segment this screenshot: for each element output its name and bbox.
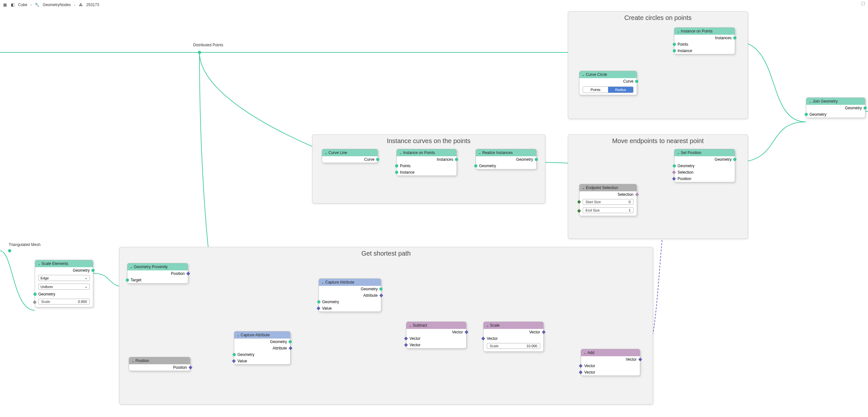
node-realize-instances[interactable]: ⌄Realize Instances Geometry Geometry xyxy=(475,149,537,169)
frame-shortest-path[interactable]: Get shortest path xyxy=(119,247,653,405)
socket-points-in[interactable] xyxy=(395,164,398,167)
curve-circle-mode-tabs[interactable]: Points Radius xyxy=(583,87,633,93)
node-header[interactable]: ⌄Instance on Points xyxy=(397,149,457,156)
node-title: Curve Line xyxy=(329,151,347,155)
node-header[interactable]: ⌄Instance on Points xyxy=(674,28,735,35)
node-capture-attribute-2[interactable]: ⌄Capture Attribute Geometry Attribute Ge… xyxy=(318,279,381,312)
socket-target-in[interactable] xyxy=(126,279,129,282)
socket-label: Curve xyxy=(364,157,374,162)
socket-label: Instance xyxy=(678,49,692,53)
node-vector-subtract[interactable]: ⌄Subtract Vector Vector Vector xyxy=(406,322,466,349)
socket-geometry-in[interactable] xyxy=(33,293,37,296)
socket-label: Geometry xyxy=(270,340,287,344)
node-scale-elements[interactable]: ⌄Scale Elements Geometry Edge⌄ Uniform⌄ … xyxy=(35,260,93,308)
node-header[interactable]: ⌄Position xyxy=(129,357,190,364)
node-title: Geometry Proximity xyxy=(134,265,167,269)
socket-label: Points xyxy=(678,42,688,46)
node-editor-canvas[interactable]: Distributed Points Triangulated Mesh Cre… xyxy=(0,0,868,417)
chevron-down-icon: ⌄ xyxy=(38,262,40,265)
reroute-triangulated-mesh[interactable] xyxy=(8,249,11,252)
socket-label: Vector xyxy=(487,336,498,341)
socket-label: Attribute xyxy=(363,293,378,298)
socket-geometry-in[interactable] xyxy=(673,164,676,167)
socket-label: Geometry xyxy=(516,157,533,162)
socket-label: Vector xyxy=(452,330,463,334)
socket-instance-in[interactable] xyxy=(673,49,676,53)
node-title: Endpoint Selection xyxy=(586,186,618,190)
socket-points-in[interactable] xyxy=(673,43,676,46)
dropdown-mode[interactable]: Uniform⌄ xyxy=(38,284,90,290)
socket-curve-out[interactable] xyxy=(635,80,638,83)
node-curve-circle[interactable]: ⌄Curve Circle Curve Points Radius xyxy=(579,71,637,95)
node-instance-on-points-2[interactable]: ⌄Instance on Points Instances Points Ins… xyxy=(396,149,457,176)
node-vector-scale[interactable]: ⌄Scale Vector Vector Scale10.000 xyxy=(483,322,544,352)
node-header[interactable]: ⌄Realize Instances xyxy=(476,149,536,156)
dropdown-domain[interactable]: Edge⌄ xyxy=(38,275,90,281)
socket-label: Selection xyxy=(618,192,633,197)
node-header[interactable]: ⌄Capture Attribute xyxy=(319,279,381,286)
field-scale[interactable]: Scale0.800 xyxy=(38,299,90,304)
chevron-down-icon: ⌄ xyxy=(130,265,132,269)
socket-geometry-out[interactable] xyxy=(91,269,95,272)
reroute-label-triangulated-mesh: Triangulated Mesh xyxy=(9,243,40,247)
node-vector-add[interactable]: ⌄Add Vector Vector Vector xyxy=(581,349,640,376)
node-title: Capture Attribute xyxy=(325,280,354,285)
node-header[interactable]: ⌄Scale xyxy=(484,322,544,329)
socket-instances-out[interactable] xyxy=(733,36,736,39)
socket-geometry-out[interactable] xyxy=(535,158,538,161)
node-title: Subtract xyxy=(413,323,427,328)
node-geometry-proximity[interactable]: ⌄Geometry Proximity Position Target xyxy=(127,263,188,284)
node-join-geometry[interactable]: ⌄Join Geometry Geometry Geometry xyxy=(806,97,865,118)
socket-geometry-out[interactable] xyxy=(733,158,736,161)
field-start-size[interactable]: Start Size0 xyxy=(583,199,633,205)
chevron-down-icon: ⌄ xyxy=(677,30,679,33)
socket-label: Geometry xyxy=(715,157,732,162)
node-header[interactable]: ⌄Subtract xyxy=(406,322,466,329)
node-curve-line[interactable]: ⌄Curve Line Curve xyxy=(322,149,378,163)
socket-label: Vector xyxy=(409,343,421,347)
socket-instances-out[interactable] xyxy=(455,158,458,161)
socket-geometry-in[interactable] xyxy=(232,353,236,356)
socket-geometry-out[interactable] xyxy=(864,106,867,109)
socket-label: Position xyxy=(171,271,185,276)
node-header[interactable]: ⌄Add xyxy=(581,349,640,356)
node-header[interactable]: ⌄Endpoint Selection xyxy=(580,184,637,191)
node-title: Scale Elements xyxy=(41,261,68,266)
node-header[interactable]: ⌄Curve Circle xyxy=(580,71,637,78)
tab-radius[interactable]: Radius xyxy=(608,87,633,93)
node-title: Curve Circle xyxy=(586,72,607,77)
node-instance-on-points-1[interactable]: ⌄Instance on Points Instances Points Ins… xyxy=(674,27,735,54)
socket-scale-in[interactable] xyxy=(33,300,36,304)
node-capture-attribute-1[interactable]: ⌄Capture Attribute Geometry Attribute Ge… xyxy=(234,331,290,364)
node-header[interactable]: ⌄Capture Attribute xyxy=(234,331,290,339)
node-title: Instance on Points xyxy=(403,151,435,155)
field-scale[interactable]: Scale10.000 xyxy=(487,343,540,349)
socket-geometry-in[interactable] xyxy=(474,164,477,167)
socket-instance-in[interactable] xyxy=(395,171,398,174)
node-header[interactable]: ⌄Scale Elements xyxy=(35,260,93,267)
chevron-down-icon: ⌄ xyxy=(582,186,585,190)
node-header[interactable]: ⌄Curve Line xyxy=(322,149,378,156)
socket-geometry-out[interactable] xyxy=(288,340,292,343)
socket-label: Value xyxy=(322,306,332,311)
socket-label: Vector xyxy=(409,336,421,341)
socket-label: Curve xyxy=(623,79,633,84)
chevron-down-icon: ⌄ xyxy=(582,73,585,76)
socket-curve-out[interactable] xyxy=(376,158,379,161)
socket-label: Geometry xyxy=(479,164,496,168)
node-set-position[interactable]: ⌄Set Position Geometry Geometry Selectio… xyxy=(674,149,735,182)
socket-label: Geometry xyxy=(845,106,862,110)
socket-label: Instance xyxy=(400,170,414,174)
socket-geometry-out[interactable] xyxy=(379,287,382,291)
socket-geometry-in[interactable] xyxy=(805,113,808,116)
chevron-down-icon: ⌄ xyxy=(677,151,679,155)
node-header[interactable]: ⌄Geometry Proximity xyxy=(127,263,188,270)
reroute-distributed-points[interactable] xyxy=(198,51,201,54)
node-endpoint-selection[interactable]: ⌄Endpoint Selection Selection Start Size… xyxy=(579,184,637,216)
field-end-size[interactable]: End Size1 xyxy=(583,207,633,213)
node-header[interactable]: ⌄Join Geometry xyxy=(806,98,865,105)
node-position[interactable]: ⌄Position Position xyxy=(129,357,190,371)
tab-points[interactable]: Points xyxy=(583,87,608,93)
socket-geometry-in[interactable] xyxy=(317,300,320,303)
node-header[interactable]: ⌄Set Position xyxy=(674,149,735,156)
